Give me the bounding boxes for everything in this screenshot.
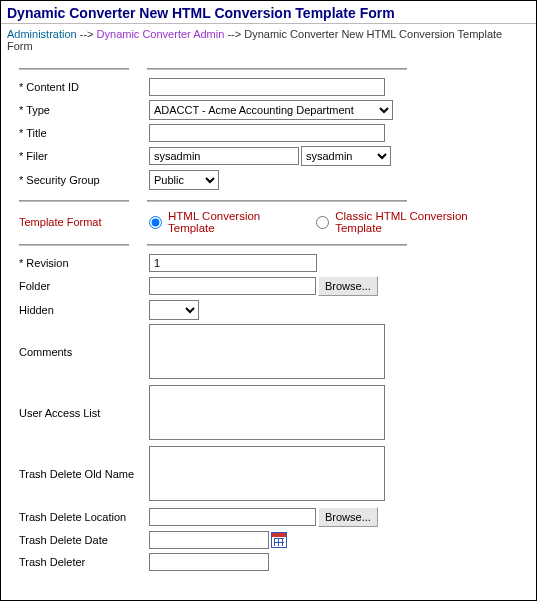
folder-field[interactable] bbox=[149, 277, 316, 295]
label-template-format: Template Format bbox=[19, 216, 149, 228]
security-group-select[interactable]: Public bbox=[149, 170, 219, 190]
title-field[interactable] bbox=[149, 124, 385, 142]
breadcrumb-dynamic-converter-admin-link[interactable]: Dynamic Converter Admin bbox=[97, 28, 225, 40]
trash-deleter-field[interactable] bbox=[149, 553, 269, 571]
label-trash-delete-location: Trash Delete Location bbox=[19, 511, 149, 523]
section-divider bbox=[19, 68, 518, 70]
breadcrumb-sep: --> bbox=[227, 28, 244, 40]
trash-delete-old-name-textarea[interactable] bbox=[149, 446, 385, 501]
hidden-select[interactable] bbox=[149, 300, 199, 320]
trash-delete-location-field[interactable] bbox=[149, 508, 316, 526]
classic-html-conversion-template-radio[interactable] bbox=[316, 216, 329, 229]
classic-html-conversion-template-radio-label[interactable]: Classic HTML Conversion Template bbox=[335, 210, 510, 234]
content-id-field[interactable] bbox=[149, 78, 385, 96]
label-hidden: Hidden bbox=[19, 304, 149, 316]
revision-field[interactable] bbox=[149, 254, 317, 272]
breadcrumb-administration-link[interactable]: Administration bbox=[7, 28, 77, 40]
trash-delete-location-browse-button[interactable]: Browse... bbox=[318, 507, 378, 527]
label-comments: Comments bbox=[19, 346, 149, 358]
label-security-group: * Security Group bbox=[19, 174, 149, 186]
folder-browse-button[interactable]: Browse... bbox=[318, 276, 378, 296]
label-folder: Folder bbox=[19, 280, 149, 292]
label-user-access-list: User Access List bbox=[19, 407, 149, 419]
label-filer: * Filer bbox=[19, 150, 149, 162]
label-content-id: * Content ID bbox=[19, 81, 149, 93]
type-select[interactable]: ADACCT - Acme Accounting Department bbox=[149, 100, 393, 120]
label-trash-delete-date: Trash Delete Date bbox=[19, 534, 149, 546]
section-divider bbox=[19, 244, 518, 246]
label-trash-delete-old-name: Trash Delete Old Name bbox=[19, 468, 149, 480]
html-conversion-template-radio-label[interactable]: HTML Conversion Template bbox=[168, 210, 304, 234]
html-conversion-template-radio[interactable] bbox=[149, 216, 162, 229]
comments-textarea[interactable] bbox=[149, 324, 385, 379]
user-access-list-textarea[interactable] bbox=[149, 385, 385, 440]
breadcrumb: Administration --> Dynamic Converter Adm… bbox=[1, 24, 536, 58]
label-title: * Title bbox=[19, 127, 149, 139]
breadcrumb-sep: --> bbox=[80, 28, 97, 40]
trash-delete-date-field[interactable] bbox=[149, 531, 269, 549]
label-trash-deleter: Trash Deleter bbox=[19, 556, 149, 568]
filer-select[interactable]: sysadmin bbox=[301, 146, 391, 166]
page-title: Dynamic Converter New HTML Conversion Te… bbox=[1, 1, 536, 24]
section-divider bbox=[19, 200, 518, 202]
label-type: * Type bbox=[19, 104, 149, 116]
label-revision: * Revision bbox=[19, 257, 149, 269]
calendar-icon[interactable] bbox=[271, 532, 287, 548]
filer-text-field[interactable] bbox=[149, 147, 299, 165]
